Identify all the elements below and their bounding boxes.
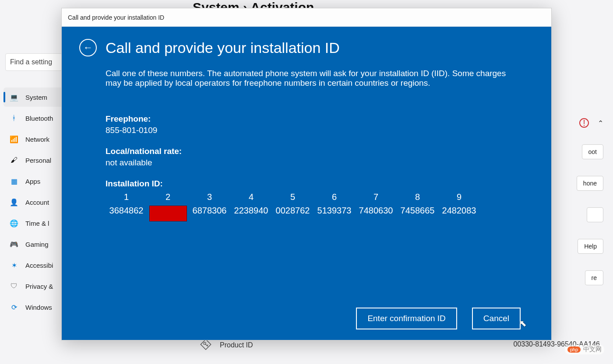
iid-header-1: 1: [106, 192, 147, 202]
chevron-up-icon[interactable]: ⌃: [598, 119, 603, 127]
rate-value: not available: [106, 158, 525, 168]
peek-button-1[interactable]: hone: [577, 176, 603, 191]
sidebar-item-label: Gaming: [25, 241, 49, 248]
enter-confirmation-id-button[interactable]: Enter confirmation ID: [356, 308, 457, 329]
sidebar-item-time-icon: 🌐: [10, 219, 18, 228]
watermark-text: 中文网: [583, 346, 602, 354]
peek-button-4[interactable]: re: [585, 270, 603, 285]
watermark: php 中文网: [565, 345, 604, 354]
sidebar-item-label: Account: [25, 199, 49, 206]
sidebar-item-label: System: [25, 94, 47, 101]
iid-value-6: 5139373: [314, 206, 355, 224]
sidebar-item-label: Network: [25, 136, 49, 143]
sidebar-item-network-icon: 📶: [10, 135, 18, 144]
sidebar-item-label: Windows: [25, 304, 52, 311]
iid-value-8: 7458665: [397, 206, 438, 224]
freephone-value: 855-801-0109: [106, 126, 525, 135]
back-button[interactable]: ←: [79, 39, 97, 56]
dialog-description: Call one of these numbers. The automated…: [106, 69, 517, 88]
freephone-label: Freephone:: [106, 114, 525, 124]
search-input[interactable]: Find a setting: [5, 53, 62, 71]
installation-id-table: 123456789 368486268783062238940002876251…: [106, 192, 525, 224]
sidebar-item-label: Accessibi: [25, 262, 53, 269]
iid-header-8: 8: [397, 192, 438, 202]
iid-value-7: 7480630: [355, 206, 397, 224]
sidebar-item-label: Privacy &: [25, 283, 53, 290]
iid-value-4: 2238940: [230, 206, 272, 224]
sidebar-item-label: Personal: [25, 157, 51, 164]
sidebar-item-gaming-icon: 🎮: [10, 240, 18, 248]
iid-header-7: 7: [355, 192, 397, 202]
iid-header-2: 2: [147, 192, 189, 202]
sidebar-item-personalization-icon: 🖌: [10, 156, 18, 164]
iid-header-3: 3: [189, 192, 230, 202]
iid-header-6: 6: [314, 192, 355, 202]
dialog-title: Call and provide your installation ID: [106, 39, 340, 56]
sidebar-item-privacy-icon: 🛡: [10, 282, 18, 290]
watermark-badge: php: [567, 346, 581, 353]
peek-button-2[interactable]: [587, 207, 603, 222]
peek-button-0[interactable]: oot: [582, 144, 603, 159]
sidebar-item-accounts-icon: 👤: [10, 198, 18, 206]
peek-button-3[interactable]: Help: [578, 239, 603, 254]
iid-header-5: 5: [272, 192, 314, 202]
search-placeholder: Find a setting: [10, 58, 52, 66]
sidebar-item-label: Time & l: [25, 220, 49, 227]
iid-header-4: 4: [230, 192, 272, 202]
sidebar-item-system-icon: 💻: [10, 93, 18, 102]
dialog-titlebar: Call and provide your installation ID: [62, 8, 551, 27]
iid-value-5: 0028762: [272, 206, 314, 224]
sidebar-item-label: Apps: [25, 178, 40, 185]
iid-value-1: 3684862: [106, 206, 147, 224]
installation-id-label: Installation ID:: [106, 179, 525, 189]
iid-value-2: [147, 206, 189, 224]
sidebar-item-bluetooth-icon: ᚼ: [10, 114, 18, 122]
sidebar-item-windows-update-icon: ⟳: [10, 303, 18, 312]
iid-value-3: 6878306: [189, 206, 230, 224]
sidebar-item-label: Bluetooth: [25, 115, 53, 122]
activation-dialog: Call and provide your installation ID ← …: [61, 8, 552, 340]
cancel-button[interactable]: Cancel: [472, 308, 521, 329]
iid-header-9: 9: [438, 192, 480, 202]
info-warning-icon: !: [579, 118, 589, 128]
iid-value-9: 2482083: [438, 206, 480, 224]
rate-label: Local/national rate:: [106, 147, 525, 156]
arrow-left-icon: ←: [83, 43, 93, 52]
product-id-label: Product ID: [220, 341, 253, 349]
redacted-block: [149, 206, 187, 221]
sidebar-item-apps-icon: ▦: [10, 177, 18, 186]
sidebar-item-accessibility-icon: ✶: [10, 261, 18, 270]
